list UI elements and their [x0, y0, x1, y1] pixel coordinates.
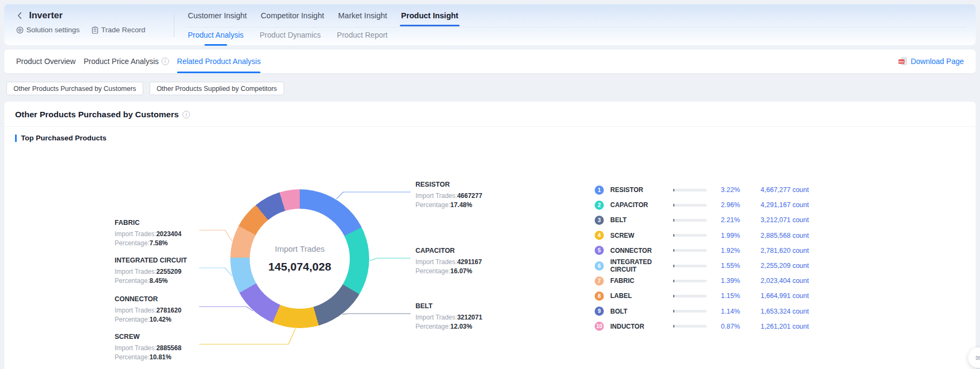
legend-progress-fill — [673, 310, 674, 313]
download-page-button[interactable]: PDF Download Page — [898, 57, 964, 66]
leader-line-belt — [342, 314, 411, 314]
legend-progress-bar — [673, 189, 707, 191]
legend-row-belt: 3BELT2.21%3,212,071 count — [595, 212, 809, 228]
callout-product-name: CAPACITOR — [415, 246, 482, 256]
callout-percentage: Percentage:7.58% — [115, 239, 181, 249]
tab-competitor-insight-label: Competitor Insight — [261, 11, 325, 20]
callout-product-name: RESISTOR — [415, 180, 482, 190]
legend-count-link[interactable]: 2,255,209 count — [749, 262, 809, 269]
legend-count-link[interactable]: 4,667,277 count — [749, 186, 809, 194]
legend-count-link[interactable]: 4,291,167 count — [749, 201, 809, 209]
legend-trade-percent: 1.39% — [714, 277, 740, 285]
callout-import-trades: Import Trades:2255209 — [115, 267, 187, 277]
legend-progress-bar — [673, 249, 707, 252]
tab-product-insight-label: Product Insight — [401, 11, 458, 20]
legend-progress-fill — [673, 325, 674, 328]
trade-record-label: Trade Record — [101, 26, 145, 34]
subtab-product-analysis[interactable]: Product Analysis — [188, 31, 244, 46]
donut-center-label: Import Trades — [275, 244, 325, 253]
legend-row-connector: 5CONNECTOR1.92%2,781,620 count — [595, 243, 809, 258]
callout-percentage: Percentage:16.07% — [415, 267, 482, 276]
leader-line-resistor — [336, 192, 411, 199]
legend-count-link[interactable]: 1,664,991 count — [749, 292, 809, 300]
pdf-icon: PDF — [898, 57, 907, 66]
trade-record-link[interactable]: Trade Record — [91, 26, 145, 34]
callout-import-trades: Import Trades:4291167 — [415, 258, 482, 267]
tab-market-insight[interactable]: Market Insight — [338, 11, 387, 26]
legend-product-name: BELT — [610, 216, 673, 224]
info-icon[interactable]: i — [161, 58, 169, 65]
callout-import-trades: Import Trades:2023404 — [115, 230, 181, 239]
legend-count-link[interactable]: 2,781,620 count — [749, 247, 809, 254]
subtab-product-report-label: Product Report — [337, 31, 387, 39]
header-left: Inverter Solution settings Trade Record — [16, 10, 145, 34]
legend-progress-bar — [673, 295, 707, 297]
product-insight-subtabs: Product AnalysisProduct DynamicsProduct … — [188, 31, 387, 46]
callout-percentage: Percentage:10.81% — [115, 353, 181, 363]
tab-competitor-insight[interactable]: Competitor Insight — [261, 11, 325, 26]
legend-product-name: FABRIC — [610, 277, 673, 285]
filter-purchased-by-customers-button[interactable]: Other Products Purchased by Customers — [6, 82, 143, 95]
nav-tab-product-overview[interactable]: Product Overview — [16, 49, 75, 73]
legend-progress-fill — [673, 219, 674, 222]
callout-percentage: Percentage:12.03% — [415, 322, 482, 332]
legend-count-link[interactable]: 3,212,071 count — [749, 216, 809, 224]
legend-progress-fill — [673, 249, 674, 252]
callout-belt: BELTImport Trades:3212071Percentage:12.0… — [415, 302, 482, 332]
tab-customer-insight-label: Customer Insight — [188, 11, 247, 20]
header-band: Inverter Solution settings Trade Record … — [4, 4, 976, 45]
legend-row-fabric: 7FABRIC1.39%2,023,404 count — [595, 273, 809, 288]
tab-market-insight-label: Market Insight — [338, 11, 387, 20]
callout-product-name: INTEGRATED CIRCUIT — [115, 256, 187, 266]
legend-progress-fill — [673, 234, 674, 237]
callout-import-trades: Import Trades:2885568 — [115, 344, 181, 353]
callout-percentage: Percentage:8.45% — [115, 276, 187, 286]
svg-text:PDF: PDF — [899, 60, 904, 63]
filter-row: Other Products Purchased by Customers Ot… — [6, 82, 980, 95]
legend-progress-fill — [673, 280, 674, 282]
filter-supplied-by-competitors-button[interactable]: Other Products Supplied by Competitors — [150, 82, 284, 95]
callout-fabric: FABRICImport Trades:2023404Percentage:7.… — [115, 218, 181, 249]
legend-product-name: INTEGRATED CIRCUIT — [610, 258, 673, 273]
tab-customer-insight[interactable]: Customer Insight — [188, 11, 247, 26]
nav-tab-product-overview-label: Product Overview — [16, 57, 75, 66]
callout-capacitor: CAPACITORImport Trades:4291167Percentage… — [415, 246, 482, 276]
legend-trade-percent: 2.96% — [714, 201, 740, 209]
callout-import-trades: Import Trades:3212071 — [415, 313, 482, 323]
tabs-baseline — [186, 27, 966, 27]
legend-trade-percent: 1.92% — [714, 247, 740, 254]
legend-product-name: SCREW — [610, 232, 673, 239]
legend-product-name: LABEL — [610, 292, 673, 300]
nav-tab-product-price-analysis-label: Product Price Analysis — [83, 57, 158, 66]
subtab-product-dynamics[interactable]: Product Dynamics — [260, 31, 321, 46]
legend-rank-badge: 6 — [595, 261, 604, 271]
legend-rank-badge: 9 — [595, 307, 604, 316]
legend-count-link[interactable]: 2,023,404 count — [749, 277, 809, 285]
subtab-product-dynamics-label: Product Dynamics — [260, 31, 321, 39]
callout-product-name: CONNECTOR — [115, 295, 181, 304]
legend-progress-fill — [673, 204, 674, 207]
legend-count-link[interactable]: 1,653,324 count — [749, 308, 809, 315]
back-chevron-icon[interactable] — [16, 11, 24, 20]
callout-percentage: Percentage:10.42% — [115, 315, 181, 325]
legend-progress-fill — [673, 189, 674, 191]
legend-row-capacitor: 2CAPACITOR2.96%4,291,167 count — [595, 197, 809, 212]
legend-progress-bar — [673, 234, 707, 237]
legend-trade-percent: 1.14% — [714, 308, 740, 315]
solution-settings-link[interactable]: Solution settings — [16, 26, 80, 34]
header-divider — [174, 13, 174, 37]
analysis-nav-card: Product OverviewProduct Price AnalysisiR… — [4, 49, 976, 73]
clipboard-icon — [91, 26, 98, 34]
nav-tab-related-product-analysis[interactable]: Related Product Analysis — [177, 49, 261, 73]
legend-row-inductor: 10INDUCTOR0.87%1,261,201 count — [595, 319, 809, 334]
legend-rank-badge: 1 — [595, 186, 604, 195]
nav-tab-product-price-analysis[interactable]: Product Price Analysisi — [83, 49, 168, 73]
subtab-product-report[interactable]: Product Report — [337, 31, 387, 46]
subtab-product-analysis-label: Product Analysis — [188, 31, 244, 39]
legend-count-link[interactable]: 2,885,568 count — [749, 232, 809, 239]
insight-tabs: Customer InsightCompetitor InsightMarket… — [188, 11, 459, 26]
legend-trade-percent: 1.55% — [714, 262, 740, 269]
tab-product-insight[interactable]: Product Insight — [401, 11, 458, 26]
legend-count-link[interactable]: 1,261,201 count — [749, 323, 809, 330]
legend-rank-badge: 4 — [595, 231, 604, 240]
